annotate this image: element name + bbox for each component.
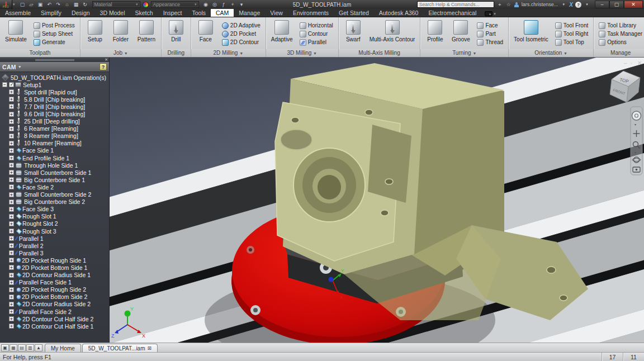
screenshot-icon[interactable]: ▦ bbox=[73, 1, 80, 8]
tile4-icon[interactable]: ▦ bbox=[10, 344, 17, 352]
setup-checkbox[interactable] bbox=[9, 82, 14, 87]
horizontal-button[interactable]: Horizontal bbox=[298, 22, 335, 30]
face-button[interactable]: Face bbox=[193, 18, 218, 49]
communication-center-icon[interactable]: ⌖ bbox=[496, 2, 503, 8]
tab-sketch[interactable]: Sketch bbox=[130, 8, 158, 17]
expand-icon[interactable]: + bbox=[9, 207, 14, 212]
expand-icon[interactable]: + bbox=[9, 148, 14, 153]
profile-button[interactable]: Profile bbox=[423, 18, 447, 49]
tree-operation-row[interactable]: +Big Counterbore Side 1 bbox=[0, 176, 109, 183]
tree-operation-row[interactable]: +2D Pocket Bottom Side 1 bbox=[0, 264, 109, 271]
doc-tab-5d-w-toolpat-iam[interactable]: 5D_W_TOOLPAT...iam⊠ bbox=[82, 344, 158, 352]
tree-operation-row[interactable]: +Small Counterbore Side 2 bbox=[0, 191, 109, 198]
save-icon[interactable]: ▣ bbox=[37, 1, 44, 8]
new-file-icon[interactable]: ▢ bbox=[19, 1, 26, 8]
application-menu-caret[interactable]: ▾ bbox=[12, 2, 17, 7]
exchange-apps-icon[interactable]: X bbox=[569, 2, 573, 8]
tree-operation-row[interactable]: +∕∕∕Parallel 2 bbox=[0, 242, 109, 249]
help-menu-caret[interactable]: ▾ bbox=[584, 2, 590, 7]
tree-operation-row[interactable]: +∕∕∕Parallel 3 bbox=[0, 249, 109, 256]
ribbon-group-label[interactable]: 2D Milling ▼ bbox=[191, 49, 266, 57]
material-combo[interactable]: Material ▾ bbox=[92, 1, 140, 8]
expand-icon[interactable]: + bbox=[9, 273, 14, 278]
expand-icon[interactable]: + bbox=[9, 97, 14, 102]
tree-operation-row[interactable]: +Face Side 1 bbox=[0, 147, 109, 154]
expand-icon[interactable]: + bbox=[9, 236, 14, 241]
color-wheel-icon[interactable] bbox=[143, 2, 149, 8]
browser-title[interactable]: CAM bbox=[2, 64, 16, 70]
tab-cam[interactable]: CAM bbox=[211, 8, 234, 17]
expand-icon[interactable]: + bbox=[9, 119, 14, 124]
undo-icon[interactable]: ↶ bbox=[46, 1, 53, 8]
collapse-icon[interactable]: − bbox=[2, 82, 7, 87]
ribbon-group-label[interactable]: Turning ▼ bbox=[420, 49, 508, 57]
expand-icon[interactable]: + bbox=[9, 126, 14, 131]
expand-icon[interactable]: + bbox=[9, 141, 14, 146]
navwheel-caret-icon[interactable]: ▾ bbox=[634, 123, 636, 126]
expand-icon[interactable]: + bbox=[9, 104, 14, 109]
expand-up-icon[interactable]: ▲ bbox=[35, 344, 42, 352]
tree-operation-row[interactable]: +2D Pocket Rough Side 2 bbox=[0, 286, 109, 293]
inventor-logo[interactable]: I PRO bbox=[0, 0, 12, 9]
tree-operation-row[interactable]: +6 Reamer [Reaming] bbox=[0, 125, 109, 132]
tab-assemble[interactable]: Assemble bbox=[0, 8, 36, 17]
search-input[interactable] bbox=[418, 2, 494, 7]
browser-help-icon[interactable]: ? bbox=[100, 63, 107, 70]
refresh-icon[interactable]: ↻ bbox=[82, 1, 89, 8]
expand-icon[interactable]: + bbox=[9, 287, 14, 292]
appearance-on-icon[interactable]: ◉ bbox=[202, 1, 210, 8]
expand-icon[interactable]: + bbox=[9, 294, 14, 300]
simulate-button[interactable]: Simulate bbox=[2, 18, 30, 49]
expand-icon[interactable]: + bbox=[9, 112, 14, 117]
thread-button[interactable]: Thread bbox=[475, 39, 505, 46]
expand-icon[interactable]: + bbox=[9, 89, 14, 94]
tree-operation-row[interactable]: +2D Pocket Bottom Side 2 bbox=[0, 293, 109, 301]
expand-icon[interactable]: + bbox=[9, 214, 14, 219]
expand-icon[interactable]: + bbox=[9, 229, 14, 234]
tree-operation-row[interactable]: +Face Side 3 bbox=[0, 206, 109, 213]
expand-icon[interactable]: + bbox=[9, 258, 14, 263]
expand-icon[interactable]: + bbox=[9, 163, 14, 168]
tree-operation-row[interactable]: +Through Hole Side 1 bbox=[0, 162, 109, 169]
browser-title-caret[interactable]: ▼ bbox=[18, 65, 22, 69]
pattern-button[interactable]: Pattern bbox=[134, 18, 159, 49]
expand-icon[interactable]: + bbox=[9, 155, 14, 160]
panel-grab-bar[interactable]: ✕ bbox=[0, 58, 109, 62]
expand-icon[interactable]: + bbox=[9, 316, 14, 321]
tree-operation-row[interactable]: +∕∕∕Parallel Face Side 2 bbox=[0, 308, 109, 315]
fx-icon[interactable]: ƒ bbox=[220, 1, 228, 8]
folder-button[interactable]: Folder bbox=[108, 18, 133, 49]
tab-get-started[interactable]: Get Started bbox=[334, 8, 374, 17]
more-icon[interactable]: ▾ bbox=[238, 1, 245, 8]
zoom-caret-icon[interactable]: ▾ bbox=[634, 151, 636, 154]
tree-operation-row[interactable]: +Spot drill [Rapid out] bbox=[0, 88, 109, 96]
swarf-button[interactable]: Swarf bbox=[341, 18, 366, 49]
tree-operation-row[interactable]: +9.6 Drill [Chip breaking] bbox=[0, 110, 109, 117]
tab-inspect[interactable]: Inspect bbox=[158, 8, 187, 17]
appearance-combo[interactable]: Appearance ▾ bbox=[151, 1, 199, 8]
tree-operation-row[interactable]: +2D Pocket Rough Side 1 bbox=[0, 256, 109, 264]
tree-operation-row[interactable]: +Small Counterbore Side 1 bbox=[0, 169, 109, 176]
tree-operation-row[interactable]: +10 Reamer [Reaming] bbox=[0, 140, 109, 147]
open-icon[interactable]: ▱ bbox=[28, 1, 35, 8]
tileh-icon[interactable]: ▤ bbox=[18, 344, 26, 352]
ribbon-group-label[interactable]: 3D Milling ▼ bbox=[266, 49, 338, 57]
expand-icon[interactable]: + bbox=[9, 250, 14, 255]
search-box[interactable] bbox=[417, 1, 494, 8]
screen-capture-icon[interactable] bbox=[485, 11, 493, 16]
tab-view[interactable]: View bbox=[265, 8, 288, 17]
redo-icon[interactable]: ↷ bbox=[55, 1, 62, 8]
setup-button[interactable]: Setup bbox=[83, 18, 107, 49]
maximize-button[interactable]: ▢ bbox=[609, 1, 624, 8]
tree-root-node[interactable]: 5D_W_TOOLPATH.iam Operation(s) bbox=[0, 74, 109, 81]
tree-operation-row[interactable]: +8 Reamer [Reaming] bbox=[0, 132, 109, 140]
tree-operation-row[interactable]: +Face Side 2 bbox=[0, 183, 109, 191]
expand-icon[interactable]: + bbox=[9, 309, 14, 314]
tree-operation-row[interactable]: +2D Contour Cut Half Side 1 bbox=[0, 322, 109, 330]
3d-scene[interactable]: Y X Y X Z bbox=[110, 58, 644, 343]
tab-simplify[interactable]: Simplify bbox=[36, 8, 67, 17]
user-avatar-icon[interactable] bbox=[514, 2, 519, 7]
expand-icon[interactable]: + bbox=[9, 243, 14, 248]
tree-setup-node[interactable]: −Setup1 bbox=[0, 81, 109, 88]
panel-close-icon[interactable]: ✕ bbox=[105, 58, 108, 62]
